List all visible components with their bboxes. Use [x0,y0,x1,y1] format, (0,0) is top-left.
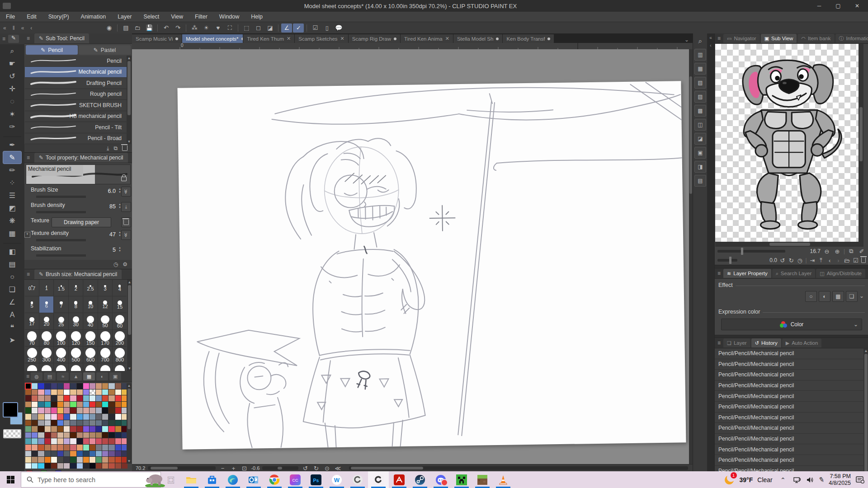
color-swatch[interactable] [115,414,121,420]
color-swatch[interactable] [45,426,51,432]
brush-size-cell[interactable] [84,363,98,371]
prev-icon[interactable]: ‹ [27,25,35,31]
taskbar-app-clip-studio-paint-active[interactable] [368,471,389,488]
start-button[interactable] [0,471,21,488]
color-swatch[interactable] [57,451,63,457]
history-entry[interactable]: Pencil/Pencil/Mechanical pencil [715,434,868,445]
material-image-panel-icon[interactable]: ▩ [694,105,706,117]
color-swatch[interactable] [102,445,108,450]
color-swatch[interactable] [64,402,70,408]
color-swatch[interactable] [70,414,76,420]
color-swatch[interactable] [77,383,83,389]
canvas-viewport[interactable] [132,49,689,464]
canvas-horizontal-scrollbar[interactable] [349,466,688,470]
search-highlight-hippo[interactable] [143,471,167,487]
subview-reset-icon[interactable]: ◷ [797,257,803,264]
taskbar-search[interactable]: Type here to search [21,472,161,488]
taskbar-app-outlook[interactable] [243,471,264,488]
taskbar-app-discord[interactable] [430,471,451,488]
brush-item[interactable]: Drafting Pencil [25,78,132,89]
color-swatch[interactable] [90,457,95,463]
color-swatch[interactable] [96,383,102,389]
color-swatch[interactable] [51,457,57,463]
color-swatch[interactable] [108,438,114,444]
color-swatch[interactable] [102,451,108,457]
color-swatch[interactable] [90,445,95,450]
color-swatch[interactable] [45,383,51,389]
brush-size-cell[interactable]: 300 [39,347,54,363]
palette-scrollbar[interactable] [127,389,131,429]
color-swatch[interactable] [108,408,114,413]
color-swatch[interactable] [70,383,76,389]
notification-center-icon[interactable] [855,476,864,484]
color-swatch[interactable] [32,389,38,395]
subtool-detail-icon[interactable]: ⚙ [123,261,127,267]
color-swatch[interactable] [90,463,95,469]
search-panel-icon[interactable]: ⌕ [695,36,706,47]
color-swatch[interactable] [90,402,95,408]
color-swatch[interactable] [70,402,76,408]
color-swatch[interactable] [115,432,121,438]
color-swatch[interactable] [38,402,44,408]
color-swatch[interactable] [64,432,70,438]
ruler-tool-icon[interactable]: ∠ [3,296,21,308]
brush-size-cell[interactable]: 3 [98,280,113,296]
taskbar-app-photoshop[interactable]: Ps [306,471,326,488]
color-swatch[interactable] [102,389,108,395]
tab-auto-action[interactable]: ▶Auto Action [782,338,822,347]
color-swatch[interactable] [57,420,63,426]
zoom-tool-icon[interactable]: ⌕ [3,45,21,57]
canvas-icon[interactable]: ◉ [104,23,114,33]
color-swatch[interactable] [77,451,83,457]
menu-animation[interactable]: Animation [75,14,112,20]
undo-icon[interactable]: ↶ [160,23,171,33]
layer-property-menu-icon[interactable]: ≡ [716,270,722,277]
color-swatch[interactable] [90,426,95,432]
history-entry[interactable]: Pencil/Pencil/Mechanical pencil [715,359,868,370]
brush-item[interactable]: Pencil - Tilt [25,122,132,133]
color-swatch[interactable] [57,426,63,432]
history-entry[interactable]: Pencil/Pencil/Mechanical pencil [715,455,868,466]
color-swatch[interactable] [38,389,44,395]
color-swatch[interactable] [64,420,70,426]
rotate-tool-icon[interactable]: ↺ [3,70,21,82]
color-swatch[interactable] [25,426,31,432]
brush-size-cell[interactable]: 500 [69,347,83,363]
color-swatch[interactable] [45,457,51,463]
brush-size-cell[interactable]: 25 [54,313,69,330]
color-swatch[interactable] [64,451,70,457]
brush-size-cell[interactable]: 15 [113,296,127,313]
tab-align-distribute[interactable]: ◫Align/Distribute [816,269,865,278]
color-set-tab-icon[interactable]: ▦ [83,372,95,380]
brush-size-cell[interactable]: 40 [84,313,98,330]
color-swatch[interactable] [102,420,108,426]
color-swatch[interactable] [64,463,70,469]
transparent-color-swatch[interactable] [3,429,21,438]
color-swatch[interactable] [70,395,76,401]
color-swatch[interactable] [64,389,70,395]
menu-select[interactable]: Select [137,14,165,20]
color-swatch[interactable] [83,438,89,444]
color-swatch[interactable] [25,445,31,450]
color-swatch[interactable] [32,445,38,450]
color-swatch[interactable] [77,402,83,408]
taskbar-app-minecraft-creeper[interactable] [451,471,472,488]
register-initial-settings-icon[interactable]: ◷ [113,261,118,267]
color-swatch[interactable] [96,432,102,438]
redo-icon[interactable]: ↷ [172,23,183,33]
brush-size-cell[interactable]: 20 [39,313,54,330]
approx-color-tab-icon[interactable]: ▲ [70,372,82,380]
color-swatch[interactable] [32,463,38,469]
color-swatch[interactable] [115,395,121,401]
figure-tool-icon[interactable]: ○ [3,271,21,283]
brush-size-cell[interactable]: 80 [39,330,54,347]
color-swatch[interactable] [122,463,127,469]
color-swatch[interactable] [70,420,76,426]
color-swatch[interactable] [57,402,63,408]
color-swatch[interactable] [57,383,63,389]
tablet-icon[interactable]: ▯ [321,23,332,33]
color-swatch[interactable] [96,426,102,432]
color-swatch[interactable] [38,457,44,463]
weather-icon[interactable]: 1 [724,474,735,485]
color-swatch[interactable] [96,420,102,426]
